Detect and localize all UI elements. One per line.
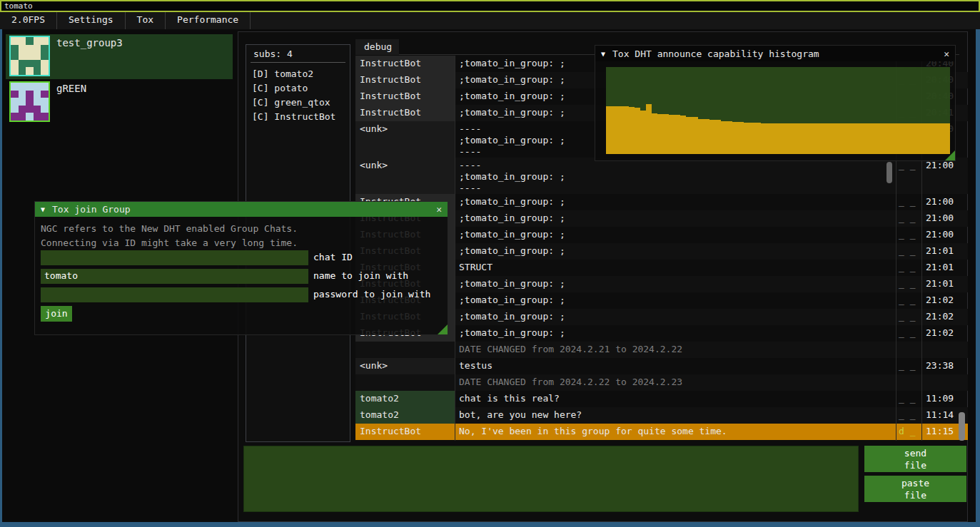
join-button[interactable]: join [41, 306, 72, 322]
chat-receipt-flags: _ _ [896, 358, 921, 374]
chat-receipt-flags: _ _ [896, 276, 921, 292]
histogram-bar [921, 123, 927, 154]
avatar-pixel [41, 98, 49, 106]
avatar-pixel [41, 45, 49, 53]
collapse-icon[interactable]: ▼ [601, 50, 605, 58]
chat-message-line: ;tomato_in_group: ; [459, 213, 896, 224]
send-file-button[interactable]: send file [864, 446, 966, 472]
chat-message-cell: ;tomato_in_group: ; [455, 210, 896, 227]
message-scrollbar-thumb[interactable] [886, 162, 892, 183]
chat-receipt-flags: _ _ [896, 260, 921, 276]
chat-scrollbar-thumb[interactable] [959, 412, 965, 441]
avatar-pixel [34, 37, 41, 45]
subs-member[interactable]: [D] tomato2 [252, 67, 350, 81]
chat-name-cell: InstructBot [355, 88, 455, 105]
histogram-bar [680, 116, 686, 154]
chat-receipt-flags: _ _ [896, 243, 921, 260]
group-avatar [9, 81, 50, 122]
resize-grip[interactable] [945, 150, 955, 160]
join-field-password-to-join-with[interactable] [41, 287, 308, 302]
chat-message-line: ;tomato_in_group: ; [459, 327, 896, 339]
menu-item-settings[interactable]: Settings [57, 12, 126, 29]
message-input[interactable] [243, 446, 859, 512]
subs-member[interactable]: [C] InstructBot [252, 110, 350, 124]
chat-receipt-flags: _ _ [896, 407, 921, 424]
join-field-chat-id[interactable] [41, 250, 308, 265]
histogram-bar [732, 122, 738, 154]
chat-row[interactable]: tomato2chat is this real?_ _11:09 [355, 391, 968, 407]
subs-member[interactable]: [C] green_qtox [252, 96, 350, 110]
tab-debug[interactable]: debug [355, 39, 399, 55]
paste-file-label-line1: paste [864, 477, 966, 489]
avatar-pixel [41, 60, 49, 68]
chat-date-text: DATE CHANGED from 2024.2.21 to 2024.2.22 [455, 342, 896, 358]
histogram-window-titlebar[interactable]: ▼ Tox DHT announce capability histogram … [595, 46, 955, 61]
histogram-bar [904, 123, 910, 154]
chat-timestamp: 21:02 [921, 309, 956, 325]
avatar-pixel [19, 60, 26, 68]
histogram-bar [749, 123, 755, 154]
paste-file-button[interactable]: paste file [864, 476, 966, 502]
chat-row[interactable]: InstructBotNo, I've been in this group f… [355, 424, 968, 440]
avatar-pixel [34, 91, 41, 98]
avatar-pixel [34, 60, 41, 68]
menu-item-tox[interactable]: Tox [126, 12, 166, 29]
histogram-bar [669, 115, 675, 154]
histogram-bar [744, 123, 749, 154]
histogram-bar [617, 106, 623, 154]
chat-name-cell: InstructBot [355, 72, 455, 88]
chat-message-line: ;tomato_in_group: ; [459, 278, 896, 290]
avatar-pixel [34, 83, 41, 91]
chat-message-line: chat is this real? [459, 393, 896, 404]
histogram-window-title: Tox DHT announce capability histogram [612, 48, 819, 59]
resize-grip[interactable] [438, 324, 448, 334]
avatar-pixel [34, 67, 41, 75]
sidebar-group-gREEN[interactable]: gREEN [6, 80, 233, 122]
chat-receipt-flags: _ _ [896, 210, 921, 227]
close-icon[interactable]: ✕ [436, 204, 442, 215]
join-group-window: ▼ Tox join Group ✕ NGC refers to the New… [34, 201, 448, 335]
histogram-bar [709, 120, 715, 154]
histogram-bar [927, 123, 933, 154]
collapse-icon[interactable]: ▼ [41, 205, 45, 213]
chat-timestamp: 21:02 [921, 292, 956, 309]
close-icon[interactable]: ✕ [944, 48, 949, 59]
chat-row[interactable]: tomato2bot, are you new here?_ _11:14 [355, 407, 968, 424]
chat-row[interactable]: <unk>----;tomato_in_group: ;----_ _21:00 [355, 158, 968, 194]
chat-date-row: DATE CHANGED from 2024.2.21 to 2024.2.22 [355, 342, 968, 358]
histogram-bar [675, 115, 680, 154]
histogram-bar [635, 108, 640, 154]
histogram-bar [784, 123, 789, 154]
avatar-pixel [26, 67, 34, 75]
join-desc-line1: NGC refers to the New DHT enabled Group … [41, 223, 298, 234]
chat-timestamp: 11:15 [921, 424, 956, 440]
avatar-pixel [11, 52, 19, 60]
histogram-bar [916, 123, 921, 154]
subs-header: subs: 4 [246, 45, 350, 62]
chat-receipt-flags: _ _ [896, 227, 921, 243]
sidebar-group-test_group3[interactable]: test_group3 [6, 34, 233, 79]
menu-item-performance[interactable]: Performance [166, 12, 251, 29]
window-title: tomato [4, 1, 33, 11]
avatar-pixel [41, 52, 49, 60]
chat-message-cell: bot, are you new here? [455, 407, 896, 424]
histogram-bar [761, 123, 767, 154]
join-field-name-to-join-with[interactable]: tomato [41, 269, 308, 284]
avatar-pixel [19, 45, 26, 53]
chat-receipt-flags: d _ [896, 424, 921, 440]
window-titlebar[interactable]: tomato [0, 0, 980, 12]
subs-member[interactable]: [C] potato [252, 81, 350, 96]
histogram-bar [864, 123, 869, 154]
avatar-pixel [11, 91, 19, 98]
avatar-pixel [26, 52, 34, 60]
histogram-bar [875, 123, 881, 154]
histogram-bar [899, 123, 904, 154]
avatar-pixel [11, 37, 19, 45]
avatar-pixel [19, 67, 26, 75]
avatar-pixel [34, 98, 41, 106]
join-group-window-titlebar[interactable]: ▼ Tox join Group ✕ [35, 202, 448, 217]
chat-row[interactable]: <unk>testus_ _23:38 [355, 358, 968, 374]
group-name: gREEN [56, 83, 86, 94]
menu-item-2-0fps[interactable]: 2.0FPS [0, 12, 57, 29]
avatar-pixel [26, 106, 34, 113]
